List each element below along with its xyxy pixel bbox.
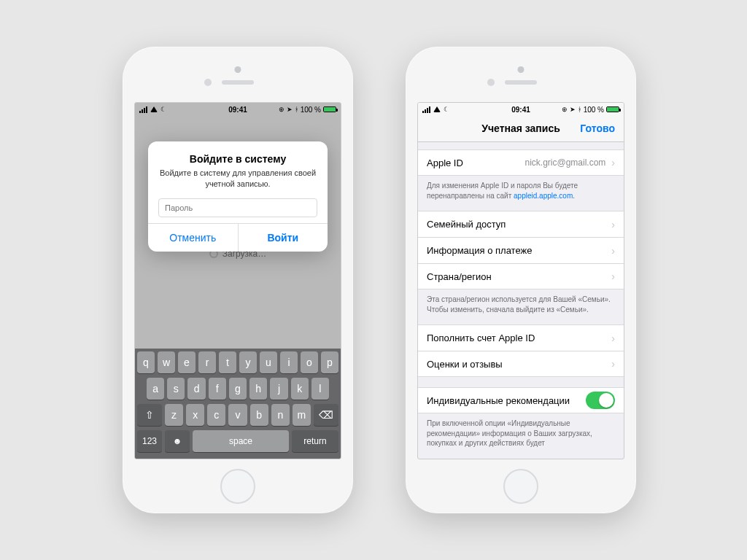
kb-row-1: qwertyuiop xyxy=(137,351,338,373)
kb-row-bottom: 123 ☻ space return xyxy=(137,430,338,452)
key-x[interactable]: x xyxy=(186,404,204,426)
chevron-right-icon: › xyxy=(611,245,615,257)
signin-button[interactable]: Войти xyxy=(238,224,328,252)
cancel-button[interactable]: Отменить xyxy=(148,224,238,252)
key-return[interactable]: return xyxy=(292,430,338,452)
settings-content[interactable]: Apple ID nick.gric@gmail.com › Для измен… xyxy=(418,142,624,459)
key-t[interactable]: t xyxy=(219,351,236,373)
chevron-right-icon: › xyxy=(611,157,615,168)
chevron-right-icon: › xyxy=(611,219,615,230)
kb-row-3: ⇧zxcvbnm⌫ xyxy=(137,404,338,426)
row-label: Индивидуальные рекомендации xyxy=(427,395,570,406)
key-e[interactable]: e xyxy=(178,351,196,373)
status-time: 09:41 xyxy=(135,106,341,114)
key-m[interactable]: m xyxy=(293,404,311,426)
home-button[interactable] xyxy=(220,469,255,504)
password-input[interactable] xyxy=(158,198,317,217)
key-g[interactable]: g xyxy=(229,378,247,400)
row-payment[interactable]: Информация о платеже › xyxy=(418,237,624,263)
key-k[interactable]: k xyxy=(291,378,309,400)
key-l[interactable]: l xyxy=(311,378,329,400)
row-family[interactable]: Семейный доступ › xyxy=(418,211,624,237)
status-time: 09:41 xyxy=(418,106,624,114)
row-label: Семейный доступ xyxy=(427,219,506,230)
key-n[interactable]: n xyxy=(271,404,290,426)
key-d[interactable]: d xyxy=(187,378,205,400)
row-region[interactable]: Страна/регион › xyxy=(418,263,624,289)
row-label: Страна/регион xyxy=(427,271,492,282)
key-j[interactable]: j xyxy=(270,378,287,400)
key-b[interactable]: b xyxy=(250,404,268,426)
recs-toggle[interactable] xyxy=(586,392,615,409)
done-button[interactable]: Готово xyxy=(580,122,615,134)
appleid-link[interactable]: appleid.apple.com xyxy=(514,192,573,200)
key-h[interactable]: h xyxy=(249,378,267,400)
chevron-right-icon: › xyxy=(611,358,615,370)
alert-title: Войдите в систему xyxy=(158,153,317,165)
row-reviews[interactable]: Оценки и отзывы › xyxy=(418,351,624,377)
phone-camera xyxy=(235,66,241,73)
row-label: Apple ID xyxy=(427,158,463,168)
row-label: Пополнить счет Apple ID xyxy=(427,332,535,343)
key-123[interactable]: 123 xyxy=(137,430,162,452)
key-v[interactable]: v xyxy=(228,404,247,426)
key-r[interactable]: r xyxy=(198,351,216,373)
row-label: Оценки и отзывы xyxy=(427,359,503,370)
phone-sensor xyxy=(204,79,212,86)
keyboard: qwertyuiop asdfghjkl ⇧zxcvbnm⌫ 123 ☻ spa… xyxy=(135,349,341,459)
recs-footer: При включенной опции «Индивидуальные рек… xyxy=(418,413,624,448)
kb-row-2: asdfghjkl xyxy=(137,378,338,400)
apple-id-footer: Для изменения Apple ID и пароля Вы будет… xyxy=(418,176,624,201)
chevron-right-icon: › xyxy=(611,332,615,344)
key-space[interactable]: space xyxy=(193,430,289,452)
row-value: nick.gric@gmail.com xyxy=(525,158,605,168)
row-label: Информация о платеже xyxy=(427,245,532,256)
chevron-right-icon: › xyxy=(611,271,615,282)
home-button[interactable] xyxy=(503,469,538,504)
battery-icon xyxy=(323,106,336,112)
key-emoji[interactable]: ☻ xyxy=(165,430,190,452)
key-z[interactable]: z xyxy=(165,404,183,426)
screen-left: ☾ 09:41 ⊕ ➤ ᚼ 100 % Загрузка… Войдит xyxy=(134,102,341,459)
alert-body: Войдите в систему для управления своей у… xyxy=(158,168,317,190)
key-o[interactable]: o xyxy=(301,351,318,373)
key-y[interactable]: y xyxy=(239,351,257,373)
key-c[interactable]: c xyxy=(207,404,225,426)
status-bar: ☾ 09:41 ⊕ ➤ ᚼ 100 % xyxy=(418,103,624,116)
key-shift[interactable]: ⇧ xyxy=(137,404,162,426)
phone-speaker xyxy=(222,80,254,85)
region-footer: Эта страна/регион используется для Вашей… xyxy=(418,289,624,314)
row-recs: Индивидуальные рекомендации xyxy=(418,387,624,413)
battery-icon xyxy=(606,106,619,112)
key-s[interactable]: s xyxy=(167,378,185,400)
row-apple-id[interactable]: Apple ID nick.gric@gmail.com › xyxy=(418,149,624,176)
key-i[interactable]: i xyxy=(280,351,298,373)
row-fund[interactable]: Пополнить счет Apple ID › xyxy=(418,324,624,351)
screen-right: ☾ 09:41 ⊕ ➤ ᚼ 100 % Учетная запись Готов… xyxy=(417,102,624,459)
key-f[interactable]: f xyxy=(209,378,226,400)
key-w[interactable]: w xyxy=(158,351,175,373)
key-u[interactable]: u xyxy=(260,351,277,373)
phone-right: ☾ 09:41 ⊕ ➤ ᚼ 100 % Учетная запись Готов… xyxy=(406,47,636,513)
key-q[interactable]: q xyxy=(137,351,155,373)
key-a[interactable]: a xyxy=(147,378,164,400)
phone-left: ☾ 09:41 ⊕ ➤ ᚼ 100 % Загрузка… Войдит xyxy=(123,47,353,513)
phone-speaker xyxy=(505,80,537,85)
nav-bar: Учетная запись Готово xyxy=(418,116,624,142)
login-alert: Войдите в систему Войдите в систему для … xyxy=(148,141,328,252)
phone-sensor xyxy=(487,79,495,86)
phone-camera xyxy=(518,66,525,73)
status-bar: ☾ 09:41 ⊕ ➤ ᚼ 100 % xyxy=(135,103,341,116)
key-backspace[interactable]: ⌫ xyxy=(314,404,338,426)
key-p[interactable]: p xyxy=(321,351,338,373)
